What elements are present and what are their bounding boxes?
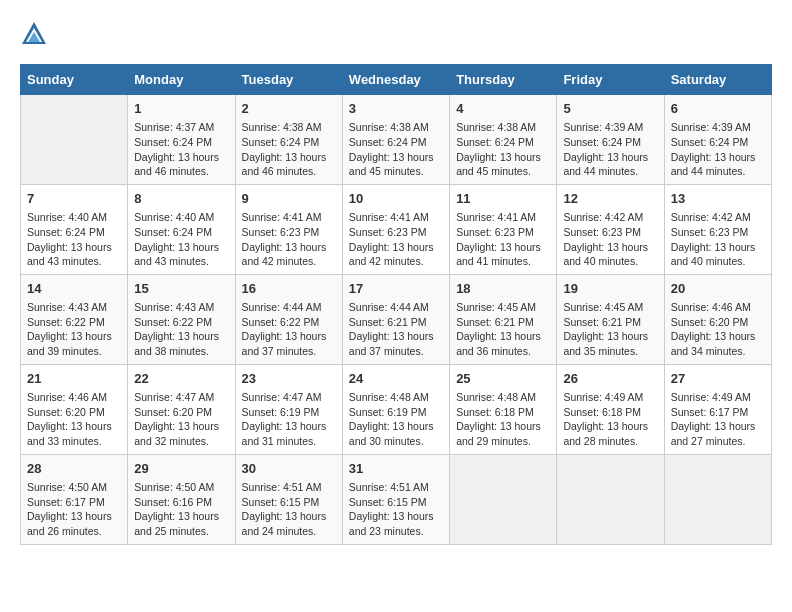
day-number: 19 xyxy=(563,280,657,298)
day-info: Sunrise: 4:46 AM Sunset: 6:20 PM Dayligh… xyxy=(671,300,765,359)
day-info: Sunrise: 4:47 AM Sunset: 6:20 PM Dayligh… xyxy=(134,390,228,449)
day-info: Sunrise: 4:49 AM Sunset: 6:18 PM Dayligh… xyxy=(563,390,657,449)
calendar-cell: 15Sunrise: 4:43 AM Sunset: 6:22 PM Dayli… xyxy=(128,274,235,364)
day-number: 29 xyxy=(134,460,228,478)
day-info: Sunrise: 4:44 AM Sunset: 6:22 PM Dayligh… xyxy=(242,300,336,359)
day-header-wednesday: Wednesday xyxy=(342,65,449,95)
day-info: Sunrise: 4:38 AM Sunset: 6:24 PM Dayligh… xyxy=(242,120,336,179)
day-info: Sunrise: 4:50 AM Sunset: 6:17 PM Dayligh… xyxy=(27,480,121,539)
day-header-monday: Monday xyxy=(128,65,235,95)
week-row-1: 1Sunrise: 4:37 AM Sunset: 6:24 PM Daylig… xyxy=(21,95,772,185)
day-info: Sunrise: 4:47 AM Sunset: 6:19 PM Dayligh… xyxy=(242,390,336,449)
day-number: 12 xyxy=(563,190,657,208)
day-info: Sunrise: 4:39 AM Sunset: 6:24 PM Dayligh… xyxy=(563,120,657,179)
day-number: 16 xyxy=(242,280,336,298)
day-info: Sunrise: 4:41 AM Sunset: 6:23 PM Dayligh… xyxy=(456,210,550,269)
week-row-4: 21Sunrise: 4:46 AM Sunset: 6:20 PM Dayli… xyxy=(21,364,772,454)
calendar-cell: 3Sunrise: 4:38 AM Sunset: 6:24 PM Daylig… xyxy=(342,95,449,185)
day-info: Sunrise: 4:41 AM Sunset: 6:23 PM Dayligh… xyxy=(242,210,336,269)
calendar-cell: 18Sunrise: 4:45 AM Sunset: 6:21 PM Dayli… xyxy=(450,274,557,364)
calendar-cell: 12Sunrise: 4:42 AM Sunset: 6:23 PM Dayli… xyxy=(557,184,664,274)
day-header-thursday: Thursday xyxy=(450,65,557,95)
calendar-cell: 21Sunrise: 4:46 AM Sunset: 6:20 PM Dayli… xyxy=(21,364,128,454)
day-number: 3 xyxy=(349,100,443,118)
day-number: 24 xyxy=(349,370,443,388)
calendar-cell xyxy=(21,95,128,185)
day-info: Sunrise: 4:40 AM Sunset: 6:24 PM Dayligh… xyxy=(27,210,121,269)
logo-icon xyxy=(20,20,48,48)
day-number: 20 xyxy=(671,280,765,298)
calendar-cell: 16Sunrise: 4:44 AM Sunset: 6:22 PM Dayli… xyxy=(235,274,342,364)
day-info: Sunrise: 4:41 AM Sunset: 6:23 PM Dayligh… xyxy=(349,210,443,269)
calendar-cell: 2Sunrise: 4:38 AM Sunset: 6:24 PM Daylig… xyxy=(235,95,342,185)
calendar-cell: 19Sunrise: 4:45 AM Sunset: 6:21 PM Dayli… xyxy=(557,274,664,364)
calendar-cell: 14Sunrise: 4:43 AM Sunset: 6:22 PM Dayli… xyxy=(21,274,128,364)
header-row: SundayMondayTuesdayWednesdayThursdayFrid… xyxy=(21,65,772,95)
calendar-cell: 25Sunrise: 4:48 AM Sunset: 6:18 PM Dayli… xyxy=(450,364,557,454)
day-info: Sunrise: 4:49 AM Sunset: 6:17 PM Dayligh… xyxy=(671,390,765,449)
page-header xyxy=(20,20,772,48)
day-number: 8 xyxy=(134,190,228,208)
day-info: Sunrise: 4:39 AM Sunset: 6:24 PM Dayligh… xyxy=(671,120,765,179)
week-row-2: 7Sunrise: 4:40 AM Sunset: 6:24 PM Daylig… xyxy=(21,184,772,274)
day-number: 13 xyxy=(671,190,765,208)
day-number: 1 xyxy=(134,100,228,118)
day-header-sunday: Sunday xyxy=(21,65,128,95)
day-number: 14 xyxy=(27,280,121,298)
day-info: Sunrise: 4:46 AM Sunset: 6:20 PM Dayligh… xyxy=(27,390,121,449)
calendar-cell: 27Sunrise: 4:49 AM Sunset: 6:17 PM Dayli… xyxy=(664,364,771,454)
day-info: Sunrise: 4:48 AM Sunset: 6:19 PM Dayligh… xyxy=(349,390,443,449)
calendar-cell: 22Sunrise: 4:47 AM Sunset: 6:20 PM Dayli… xyxy=(128,364,235,454)
day-info: Sunrise: 4:45 AM Sunset: 6:21 PM Dayligh… xyxy=(456,300,550,359)
day-info: Sunrise: 4:40 AM Sunset: 6:24 PM Dayligh… xyxy=(134,210,228,269)
calendar-cell: 20Sunrise: 4:46 AM Sunset: 6:20 PM Dayli… xyxy=(664,274,771,364)
calendar-cell xyxy=(664,454,771,544)
calendar-cell: 10Sunrise: 4:41 AM Sunset: 6:23 PM Dayli… xyxy=(342,184,449,274)
calendar-cell: 6Sunrise: 4:39 AM Sunset: 6:24 PM Daylig… xyxy=(664,95,771,185)
calendar-cell xyxy=(450,454,557,544)
day-header-saturday: Saturday xyxy=(664,65,771,95)
calendar-cell: 26Sunrise: 4:49 AM Sunset: 6:18 PM Dayli… xyxy=(557,364,664,454)
day-number: 26 xyxy=(563,370,657,388)
day-info: Sunrise: 4:50 AM Sunset: 6:16 PM Dayligh… xyxy=(134,480,228,539)
day-info: Sunrise: 4:38 AM Sunset: 6:24 PM Dayligh… xyxy=(456,120,550,179)
logo xyxy=(20,20,52,48)
calendar-cell: 7Sunrise: 4:40 AM Sunset: 6:24 PM Daylig… xyxy=(21,184,128,274)
calendar-cell: 8Sunrise: 4:40 AM Sunset: 6:24 PM Daylig… xyxy=(128,184,235,274)
calendar-cell: 31Sunrise: 4:51 AM Sunset: 6:15 PM Dayli… xyxy=(342,454,449,544)
day-number: 25 xyxy=(456,370,550,388)
calendar-cell: 4Sunrise: 4:38 AM Sunset: 6:24 PM Daylig… xyxy=(450,95,557,185)
day-header-tuesday: Tuesday xyxy=(235,65,342,95)
week-row-3: 14Sunrise: 4:43 AM Sunset: 6:22 PM Dayli… xyxy=(21,274,772,364)
day-info: Sunrise: 4:42 AM Sunset: 6:23 PM Dayligh… xyxy=(563,210,657,269)
calendar-cell: 23Sunrise: 4:47 AM Sunset: 6:19 PM Dayli… xyxy=(235,364,342,454)
day-info: Sunrise: 4:44 AM Sunset: 6:21 PM Dayligh… xyxy=(349,300,443,359)
calendar-cell: 17Sunrise: 4:44 AM Sunset: 6:21 PM Dayli… xyxy=(342,274,449,364)
day-number: 6 xyxy=(671,100,765,118)
day-info: Sunrise: 4:38 AM Sunset: 6:24 PM Dayligh… xyxy=(349,120,443,179)
calendar-cell: 24Sunrise: 4:48 AM Sunset: 6:19 PM Dayli… xyxy=(342,364,449,454)
day-number: 15 xyxy=(134,280,228,298)
day-number: 2 xyxy=(242,100,336,118)
calendar-cell: 1Sunrise: 4:37 AM Sunset: 6:24 PM Daylig… xyxy=(128,95,235,185)
calendar-cell: 29Sunrise: 4:50 AM Sunset: 6:16 PM Dayli… xyxy=(128,454,235,544)
day-number: 5 xyxy=(563,100,657,118)
day-number: 7 xyxy=(27,190,121,208)
calendar-cell: 28Sunrise: 4:50 AM Sunset: 6:17 PM Dayli… xyxy=(21,454,128,544)
day-info: Sunrise: 4:51 AM Sunset: 6:15 PM Dayligh… xyxy=(349,480,443,539)
calendar-cell: 9Sunrise: 4:41 AM Sunset: 6:23 PM Daylig… xyxy=(235,184,342,274)
day-info: Sunrise: 4:37 AM Sunset: 6:24 PM Dayligh… xyxy=(134,120,228,179)
day-number: 4 xyxy=(456,100,550,118)
calendar-cell: 30Sunrise: 4:51 AM Sunset: 6:15 PM Dayli… xyxy=(235,454,342,544)
day-header-friday: Friday xyxy=(557,65,664,95)
calendar-table: SundayMondayTuesdayWednesdayThursdayFrid… xyxy=(20,64,772,545)
day-info: Sunrise: 4:43 AM Sunset: 6:22 PM Dayligh… xyxy=(134,300,228,359)
day-number: 30 xyxy=(242,460,336,478)
day-info: Sunrise: 4:51 AM Sunset: 6:15 PM Dayligh… xyxy=(242,480,336,539)
day-info: Sunrise: 4:48 AM Sunset: 6:18 PM Dayligh… xyxy=(456,390,550,449)
week-row-5: 28Sunrise: 4:50 AM Sunset: 6:17 PM Dayli… xyxy=(21,454,772,544)
day-number: 10 xyxy=(349,190,443,208)
calendar-cell xyxy=(557,454,664,544)
day-number: 17 xyxy=(349,280,443,298)
day-number: 18 xyxy=(456,280,550,298)
